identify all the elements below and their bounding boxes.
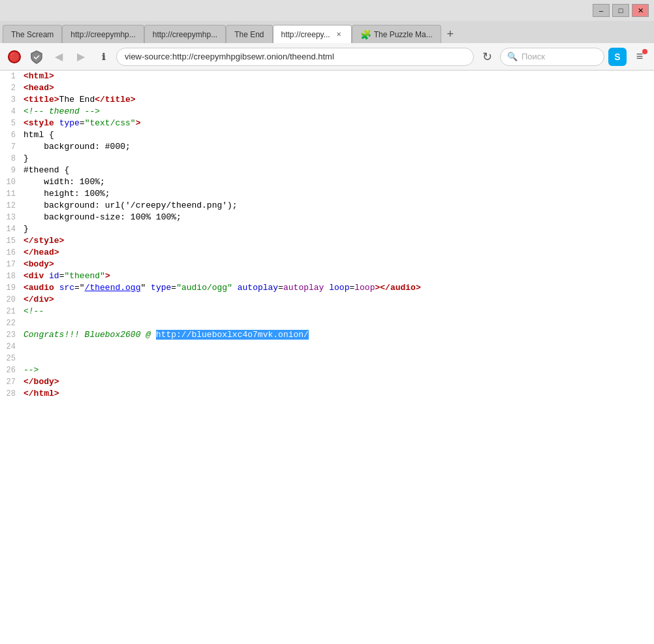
line-content: --> <box>21 364 39 376</box>
source-text <box>54 118 59 128</box>
maximize-button[interactable]: □ <box>612 4 629 17</box>
tab-label: The Puzzle Ma... <box>374 30 433 39</box>
source-text: background: url('/creepy/theend.png'); <box>23 201 238 210</box>
title-bar: – □ ✕ <box>0 0 654 21</box>
minimize-button[interactable]: – <box>593 4 610 17</box>
source-text <box>146 283 151 293</box>
html-attr: type <box>59 118 80 128</box>
html-attr: id <box>49 271 59 281</box>
html-tag: </head> <box>23 248 59 257</box>
source-text: height: 100%; <box>23 189 110 199</box>
source-text: =" <box>74 283 85 293</box>
source-line: 25 <box>0 353 654 364</box>
menu-badge <box>642 49 647 54</box>
html-attr: autoplay <box>238 283 278 293</box>
skype-icon[interactable]: S <box>608 48 627 66</box>
source-link[interactable]: /theend.ogg <box>85 283 141 293</box>
source-text: width: 100%; <box>23 177 105 187</box>
source-line: 2<head> <box>0 82 654 94</box>
source-line: 8} <box>0 153 654 165</box>
close-button[interactable]: ✕ <box>632 4 649 17</box>
line-content: <!-- theend --> <box>21 106 100 118</box>
tab-bar: The Scream http://creepymhp... http://cr… <box>0 21 654 43</box>
html-comment: --> <box>23 365 39 375</box>
menu-button[interactable]: ≡ <box>631 48 649 66</box>
tab-label: http://creepymhp... <box>70 30 135 39</box>
reload-button[interactable]: ↻ <box>478 48 496 66</box>
line-number: 9 <box>0 165 21 176</box>
line-number: 18 <box>0 270 21 282</box>
tab-creepy-active[interactable]: http://creepy... ✕ <box>273 25 352 43</box>
html-tag: <head> <box>23 83 54 93</box>
line-number: 19 <box>0 282 21 294</box>
line-content: width: 100%; <box>21 176 105 188</box>
source-line: 1<html> <box>0 71 654 82</box>
url-bar[interactable]: view-source:http://creepymhpgibsewr.onio… <box>116 48 474 66</box>
source-line: 6html { <box>0 129 654 141</box>
html-comment: <!-- theend --> <box>23 106 100 116</box>
source-line: 26--> <box>0 364 654 376</box>
tab-creepy-2[interactable]: http://creepymhp... <box>144 25 226 43</box>
forward-button[interactable]: ▶ <box>72 48 90 66</box>
source-text: html { <box>23 130 54 140</box>
html-tag: <div <box>23 271 44 281</box>
html-keyword: autoplay <box>283 283 324 293</box>
search-box[interactable]: 🔍 Поиск <box>500 48 604 66</box>
line-number: 5 <box>0 118 21 129</box>
back-button[interactable]: ◀ <box>50 48 68 66</box>
tab-label: http://creepymhp... <box>153 30 217 39</box>
source-text <box>232 283 238 293</box>
line-content: <head> <box>21 82 54 94</box>
line-content <box>21 317 23 329</box>
line-content <box>21 353 23 364</box>
line-number: 4 <box>0 106 21 118</box>
source-text: The End <box>59 95 95 105</box>
search-icon: 🔍 <box>507 52 518 61</box>
line-number: 6 <box>0 129 21 141</box>
line-number: 7 <box>0 141 21 153</box>
line-content: <audio src="/theend.ogg" type="audio/ogg… <box>21 282 421 294</box>
line-number: 23 <box>0 329 21 341</box>
new-tab-button[interactable]: + <box>441 25 459 43</box>
html-comment: <!-- <box>23 306 44 316</box>
source-text: } <box>23 153 29 163</box>
source-text: background: #000; <box>23 142 131 152</box>
tab-close-icon[interactable]: ✕ <box>334 30 343 39</box>
line-content: #theend { <box>21 165 69 176</box>
line-content: <div id="theend"> <box>21 270 110 282</box>
line-content: </style> <box>21 235 64 247</box>
block-icon: 🚫 <box>8 50 21 63</box>
html-tag: </div> <box>23 295 54 304</box>
line-number: 13 <box>0 212 21 223</box>
source-view: 1<html>2<head>3<title>The End</title>4<!… <box>0 71 654 644</box>
html-tag: ></audio> <box>375 283 420 293</box>
source-line: 19<audio src="/theend.ogg" type="audio/o… <box>0 282 654 294</box>
line-content: Congrats!!! Bluebox2600 @ http://bluebox… <box>21 329 309 341</box>
line-number: 1 <box>0 71 21 82</box>
tab-creepy-1[interactable]: http://creepymhp... <box>62 25 144 43</box>
selected-link[interactable]: http://blueboxlxc4o7mvk.onion/ <box>156 330 309 340</box>
source-line: 12 background: url('/creepy/theend.png')… <box>0 200 654 212</box>
shield-icon <box>29 50 44 64</box>
source-line: 15</style> <box>0 235 654 247</box>
line-content: <body> <box>21 259 54 270</box>
tab-puzzle[interactable]: 🧩 The Puzzle Ma... <box>352 25 441 43</box>
html-tag: </title> <box>95 95 135 105</box>
source-text: background-size: 100% 100%; <box>23 212 181 222</box>
line-number: 10 <box>0 176 21 188</box>
source-text: = <box>171 283 176 293</box>
line-number: 3 <box>0 94 21 106</box>
url-text: view-source:http://creepymhpgibsewr.onio… <box>125 52 334 61</box>
block-icon-container: 🚫 <box>5 48 23 66</box>
html-tag: <html> <box>23 71 54 81</box>
line-number: 12 <box>0 200 21 212</box>
line-number: 14 <box>0 223 21 235</box>
html-tag: <title> <box>23 95 59 105</box>
line-content: </div> <box>21 294 54 306</box>
html-tag: <audio <box>23 283 54 293</box>
line-content: <style type="text/css"> <box>21 118 140 129</box>
tab-the-end[interactable]: The End <box>226 25 272 43</box>
tab-the-scream[interactable]: The Scream <box>3 25 62 43</box>
info-button[interactable]: ℹ <box>94 48 112 66</box>
attr-value: "theend" <box>64 271 104 281</box>
